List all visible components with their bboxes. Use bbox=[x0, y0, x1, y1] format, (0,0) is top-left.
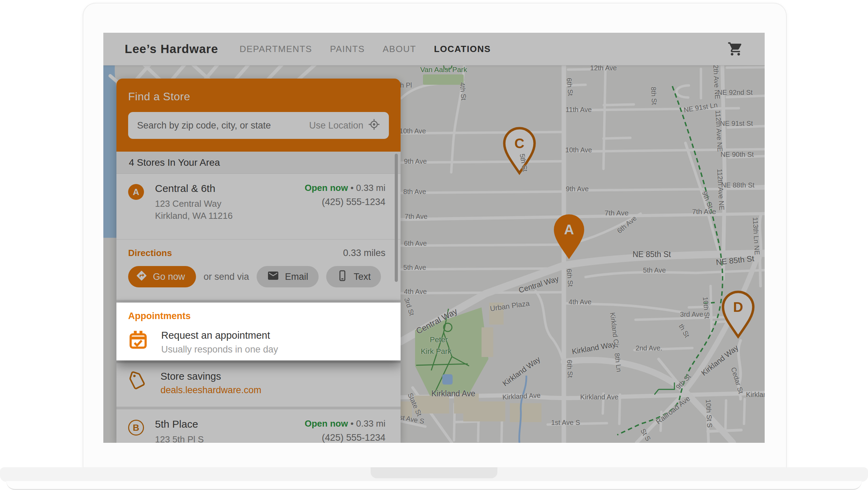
appointments-label: Appointments bbox=[128, 311, 385, 321]
request-appointment-title: Request an appointment bbox=[161, 330, 278, 341]
appointment-response-time: Usually responds in one day bbox=[161, 344, 278, 355]
appointments-section[interactable]: Appointments Request an appointment bbox=[116, 303, 401, 360]
laptop-base-lip bbox=[6, 481, 862, 490]
dim-overlay bbox=[103, 33, 765, 443]
calendar-check-icon bbox=[128, 330, 148, 355]
browser-screen: C D A Van Aalst Parkth Pl4th St6th St12t… bbox=[103, 33, 765, 443]
laptop-hinge-notch bbox=[371, 467, 497, 478]
laptop-mockup: C D A Van Aalst Parkth Pl4th St6th St12t… bbox=[0, 0, 868, 490]
